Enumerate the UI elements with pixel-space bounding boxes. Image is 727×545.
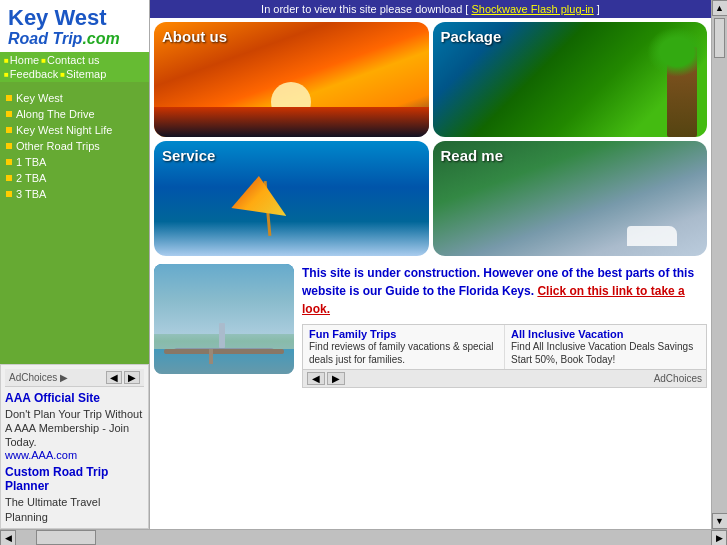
flash-text-after: ] xyxy=(597,3,600,15)
page-content: In order to view this site please downlo… xyxy=(150,0,711,529)
sidebar-item-other-road-trips[interactable]: Other Road Trips xyxy=(6,138,143,154)
bottom-ad-text-1: Find reviews of family vacations & speci… xyxy=(309,340,498,366)
sidebar-item-2tba[interactable]: 2 TBA xyxy=(6,170,143,186)
bottom-ad-nav: ◀ ▶ xyxy=(307,372,345,385)
ad-next-button[interactable]: ▶ xyxy=(124,371,140,384)
bottom-scrollbar: ◀ ▶ xyxy=(0,529,727,545)
hscroll-track[interactable] xyxy=(16,530,711,545)
sidebar-ad-text-1: Don't Plan Your Trip Without A AAA Membe… xyxy=(5,407,144,450)
scroll-down-button[interactable]: ▼ xyxy=(712,513,728,529)
bottom-ad-choices-label: AdChoices xyxy=(654,373,702,384)
nav-feedback[interactable]: ■ Feedback xyxy=(4,68,58,80)
tile-about-label: About us xyxy=(162,28,227,45)
scroll-up-button[interactable]: ▲ xyxy=(712,0,728,16)
sidebar-ad-title-1[interactable]: AAA Official Site xyxy=(5,391,144,405)
tile-package-label: Package xyxy=(441,28,502,45)
nav-bar: ■ Home ■ Contact us ■ Feedback ■ Sitemap xyxy=(0,52,149,82)
hscroll-thumb[interactable] xyxy=(36,530,96,545)
tile-readme[interactable]: Read me xyxy=(433,141,708,256)
bottom-ad-prev[interactable]: ◀ xyxy=(307,372,325,385)
ad-choices-label: AdChoices ▶ xyxy=(9,372,68,383)
tile-service-label: Service xyxy=(162,147,215,164)
nav-contact[interactable]: ■ Contact us xyxy=(41,54,99,66)
sidebar-item-1tba[interactable]: 1 TBA xyxy=(6,154,143,170)
bottom-ad-title-2[interactable]: All Inclusive Vacation xyxy=(511,328,700,340)
road-trip-text: Road Trip xyxy=(8,30,82,47)
bottom-image xyxy=(154,264,294,374)
sidebar-ad-title-2[interactable]: Custom Road Trip Planner xyxy=(5,465,144,493)
menu-bullet xyxy=(6,175,12,181)
menu-bullet xyxy=(6,127,12,133)
hscroll-right-button[interactable]: ▶ xyxy=(711,530,727,546)
menu-bullet xyxy=(6,111,12,117)
flash-notice: In order to view this site please downlo… xyxy=(150,0,711,18)
menu-bullet xyxy=(6,191,12,197)
sidebar-item-3tba[interactable]: 3 TBA xyxy=(6,186,143,202)
hscroll-left-button[interactable]: ◀ xyxy=(0,530,16,546)
nav-bullet: ■ xyxy=(4,56,9,65)
windsurfer-graphic xyxy=(236,176,316,236)
bottom-ad-footer: ◀ ▶ AdChoices xyxy=(303,369,706,387)
bottom-ad-text-2: Find All Inclusive Vacation Deals Saving… xyxy=(511,340,700,366)
scroll-track[interactable] xyxy=(712,16,727,513)
bottom-ad-header: Fun Family Trips Find reviews of family … xyxy=(303,325,706,369)
tile-service[interactable]: Service xyxy=(154,141,429,256)
bottom-text-area: This site is under construction. However… xyxy=(302,264,707,525)
sidebar-ad-text-2: The Ultimate Travel Planning xyxy=(5,495,144,524)
sidebar-item-keywest[interactable]: Key West xyxy=(6,90,143,106)
sidebar-item-keywest-night[interactable]: Key West Night Life xyxy=(6,122,143,138)
bottom-ad-next[interactable]: ▶ xyxy=(327,372,345,385)
nav-home[interactable]: ■ Home xyxy=(4,54,39,66)
tile-about[interactable]: About us xyxy=(154,22,429,137)
flash-text: In order to view this site please downlo… xyxy=(261,3,468,15)
bottom-ad-col-1: Fun Family Trips Find reviews of family … xyxy=(303,325,505,369)
tiles-grid: About us Package Service Read me xyxy=(150,18,711,260)
construction-text: This site is under construction. However… xyxy=(302,264,707,318)
site-title-main: Key West xyxy=(8,6,141,30)
nav-bullet: ■ xyxy=(60,70,65,79)
bottom-ad-col-2: All Inclusive Vacation Find All Inclusiv… xyxy=(505,325,706,369)
sidebar-item-along-drive[interactable]: Along The Drive xyxy=(6,106,143,122)
bottom-section: This site is under construction. However… xyxy=(150,260,711,529)
site-title-area: Key West Road Trip.com xyxy=(0,0,149,52)
right-scrollbar: ▲ ▼ xyxy=(711,0,727,529)
ad-choices-bar: AdChoices ▶ ◀ ▶ xyxy=(5,369,144,387)
scroll-thumb[interactable] xyxy=(714,18,725,58)
sidebar-ad-link-1[interactable]: www.AAA.com xyxy=(5,449,144,461)
ad-prev-button[interactable]: ◀ xyxy=(106,371,122,384)
site-title-sub: Road Trip.com xyxy=(8,30,141,48)
nav-sitemap[interactable]: ■ Sitemap xyxy=(60,68,106,80)
nav-bullet: ■ xyxy=(41,56,46,65)
sidebar: Key West Road Trip.com ■ Home ■ Contact … xyxy=(0,0,150,529)
nav-bullet: ■ xyxy=(4,70,9,79)
sidebar-ad: AdChoices ▶ ◀ ▶ AAA Official Site Don't … xyxy=(0,364,149,529)
tile-readme-label: Read me xyxy=(441,147,504,164)
menu-bullet xyxy=(6,95,12,101)
tile-package[interactable]: Package xyxy=(433,22,708,137)
bottom-ad-title-1[interactable]: Fun Family Trips xyxy=(309,328,498,340)
sidebar-menu: Key West Along The Drive Key West Night … xyxy=(0,82,149,363)
bottom-ad-banner: Fun Family Trips Find reviews of family … xyxy=(302,324,707,388)
menu-bullet xyxy=(6,143,12,149)
com-text: .com xyxy=(82,30,119,47)
flash-link[interactable]: Shockwave Flash plug-in xyxy=(471,3,593,15)
menu-bullet xyxy=(6,159,12,165)
